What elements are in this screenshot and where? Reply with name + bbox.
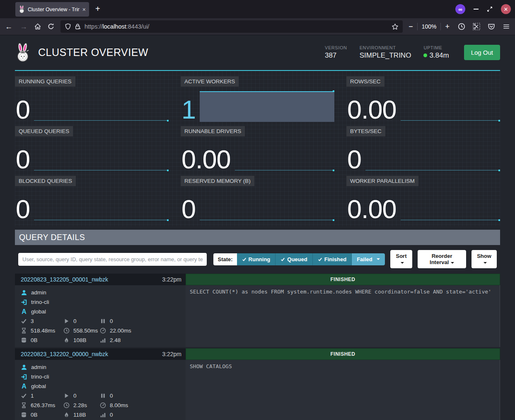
query-details-header: QUERY DETAILS — [15, 230, 500, 245]
wall-time: 626.37ms — [31, 402, 55, 408]
trino-page: CLUSTER OVERVIEW VERSION 387 ENVIRONMENT… — [0, 35, 515, 420]
query-meta-panel: admin trino-cli Aglobal 1 0 0 626.37ms 2… — [15, 360, 186, 420]
state-filter-group: State: Running Queued Finished Failed — [213, 253, 384, 265]
sort-dropdown[interactable]: Sort — [390, 250, 413, 268]
pocket-icon[interactable] — [488, 23, 495, 30]
sparkline-chart — [401, 88, 500, 123]
cumulative-memory-icon — [63, 412, 70, 418]
version-label: VERSION — [325, 45, 347, 50]
wall-time: 518.48ms — [31, 328, 55, 334]
new-tab-button[interactable]: + — [95, 4, 100, 14]
page-header: CLUSTER OVERVIEW VERSION 387 ENVIRONMENT… — [15, 35, 500, 71]
shield-icon[interactable] — [65, 23, 71, 30]
query-id-link[interactable]: 20220823_132205_00001_nwbzk — [21, 276, 162, 283]
stat-value: 0.00 — [347, 98, 397, 122]
query-time: 3:22pm — [162, 351, 181, 357]
url-text: https://localhost:8443/ui/ — [85, 23, 149, 30]
query-sql-text: SHOW CATALOGS — [186, 360, 500, 420]
query-meta-panel: admin trino-cli Aglobal 3 0 0 518.48ms 5… — [15, 285, 186, 347]
cpu-time-icon — [100, 402, 106, 408]
chevron-down-icon — [484, 262, 487, 264]
stat-label: RUNNABLE DRIVERS — [181, 126, 245, 136]
stat-label: BLOCKED QUERIES — [15, 176, 76, 186]
reload-icon[interactable] — [47, 23, 55, 30]
running-splits-icon — [63, 393, 70, 399]
parallelism-icon — [100, 412, 106, 418]
version-value: 387 — [325, 51, 347, 60]
browser-tab-bar: Cluster Overview - Trino × + ∞ ✕ — [0, 0, 515, 18]
lock-warning-icon[interactable] — [75, 23, 81, 30]
query-id-link[interactable]: 20220823_132202_00000_nwbzk — [21, 351, 162, 357]
sparkline-chart — [401, 187, 500, 222]
user-icon — [21, 364, 27, 371]
uptime-label: UPTIME — [423, 45, 449, 50]
uptime-status-dot — [423, 53, 427, 57]
stat-card-blocked-queries: BLOCKED QUERIES 0 — [15, 176, 169, 222]
browser-tab[interactable]: Cluster Overview - Trino × — [15, 2, 89, 17]
history-clock-icon[interactable] — [458, 23, 465, 30]
query-resource-group: global — [31, 308, 46, 315]
url-bar[interactable]: https://localhost:8443/ui/ — [60, 20, 403, 33]
bookmark-star-icon[interactable] — [392, 23, 399, 30]
zoom-in-button[interactable]: + — [445, 22, 450, 31]
environment-label: ENVIRONMENT — [360, 45, 411, 50]
filter-finished-button[interactable]: Finished — [312, 253, 351, 265]
completed-splits: 1 — [31, 393, 34, 399]
cumulative-memory-icon — [63, 337, 70, 343]
filter-queued-button[interactable]: Queued — [275, 253, 312, 265]
forward-button[interactable]: → — [20, 23, 27, 30]
cpu-time: 8.00ms — [110, 402, 128, 408]
query-row: 20220823_132202_00000_nwbzk 3:22pm FINIS… — [15, 348, 500, 420]
filter-failed-dropdown[interactable]: Failed — [351, 253, 385, 265]
stat-card-active-workers: ACTIVE WORKERS 1 — [181, 76, 334, 123]
cpu-time-icon — [100, 328, 106, 334]
user-icon — [21, 289, 27, 296]
cpu-time: 22.00ms — [110, 328, 131, 334]
stat-value: 0 — [347, 148, 361, 172]
zoom-level[interactable]: 100% — [422, 23, 437, 30]
query-sql-text: SELECT COUNT(*) as nodes FROM system.run… — [186, 285, 500, 347]
running-splits: 0 — [73, 393, 77, 399]
logout-button[interactable]: Log Out — [464, 45, 500, 60]
show-dropdown[interactable]: Show — [471, 250, 497, 268]
chevron-down-icon — [401, 262, 404, 264]
stat-value: 0 — [181, 197, 196, 221]
total-time: 2.28s — [73, 402, 87, 408]
stat-label: BYTES/SEC — [346, 126, 385, 136]
back-button[interactable]: ← — [5, 23, 12, 30]
query-row-header: 20220823_132205_00001_nwbzk 3:22pm — [15, 274, 186, 285]
resource-group-icon: A — [21, 383, 27, 390]
cluster-stats-section: RUNNING QUERIES 0 ACTIVE WORKERS 1 ROWS/… — [15, 71, 500, 226]
parallelism: 0 — [110, 412, 113, 418]
reorder-interval-dropdown[interactable]: Reorder Interval — [418, 250, 466, 268]
restore-button[interactable] — [487, 6, 493, 12]
parallelism-icon — [100, 337, 106, 343]
hamburger-menu-icon[interactable] — [503, 23, 510, 30]
source-icon — [21, 374, 27, 380]
current-memory: 0B — [31, 337, 38, 343]
query-user: admin — [31, 289, 46, 296]
close-window-button[interactable]: ✕ — [501, 4, 511, 14]
resource-group-icon: A — [21, 308, 27, 315]
browser-nav-bar: ← → https://localhost:8443/ui/ − 100% + — [0, 18, 515, 35]
completed-splits-icon — [21, 393, 27, 399]
query-filter-toolbar: State: Running Queued Finished Failed — [15, 245, 500, 274]
zoom-out-button[interactable]: − — [409, 22, 413, 31]
completed-splits: 3 — [31, 318, 34, 324]
private-browsing-icon: ∞ — [455, 4, 465, 14]
query-source: trino-cli — [31, 374, 49, 380]
stat-value: 0 — [16, 197, 30, 221]
check-icon — [318, 257, 322, 262]
search-input[interactable] — [18, 253, 207, 266]
minimize-button[interactable] — [474, 9, 479, 10]
current-memory-icon — [21, 337, 27, 343]
filter-running-button[interactable]: Running — [237, 253, 276, 265]
tab-close-icon[interactable]: × — [82, 7, 86, 12]
query-source: trino-cli — [31, 299, 49, 305]
home-icon[interactable] — [34, 23, 41, 30]
query-user: admin — [31, 364, 46, 370]
running-splits: 0 — [73, 318, 77, 324]
sparkline-chart — [34, 88, 169, 123]
screen: Cluster Overview - Trino × + ∞ ✕ ← → htt… — [0, 0, 515, 420]
screenshot-scissors-icon[interactable] — [473, 23, 480, 30]
